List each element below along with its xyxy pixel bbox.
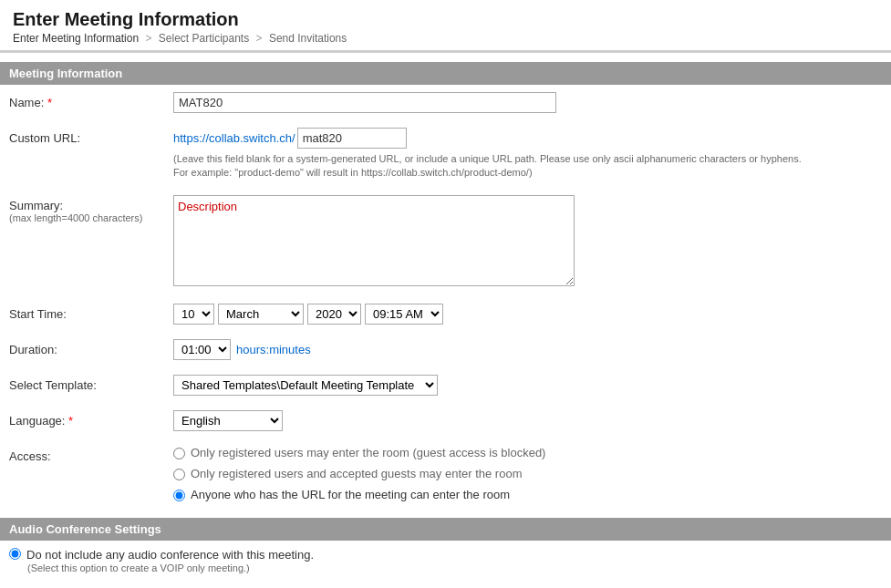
audio-section-header: Audio Conference Settings <box>0 518 891 541</box>
language-select[interactable]: English German French Spanish <box>173 410 283 431</box>
access-field: Only registered users may enter the room… <box>173 446 882 501</box>
access-option-2: Only registered users and accepted guest… <box>173 467 882 480</box>
page-header: Enter Meeting Information Enter Meeting … <box>0 0 891 52</box>
language-label: Language: * <box>9 410 173 428</box>
form-container: Meeting Information Name: * Custom URL: … <box>0 62 891 581</box>
url-hint: (Leave this field blank for a system-gen… <box>173 152 812 181</box>
audio-section: Do not include any audio conference with… <box>0 541 891 581</box>
custom-url-row: Custom URL: https://collab.switch.ch/ (L… <box>0 120 891 188</box>
access-radio-1[interactable] <box>173 448 185 459</box>
start-time-inputs: 10 1 2 3 4 5 6 7 8 9 11 12 15 20 25 31 <box>173 304 882 325</box>
name-field <box>173 92 882 113</box>
duration-field: 00:15 00:30 00:45 01:00 01:30 02:00 03:0… <box>173 339 882 360</box>
summary-field: Description <box>173 195 882 289</box>
start-month-select[interactable]: January February March April May June Ju… <box>218 304 304 325</box>
duration-select[interactable]: 00:15 00:30 00:45 01:00 01:30 02:00 03:0… <box>173 339 231 360</box>
language-row: Language: * English German French Spanis… <box>0 403 891 438</box>
access-radio-3[interactable] <box>173 490 185 501</box>
summary-sublabel: (max length=4000 characters) <box>9 212 164 223</box>
name-row: Name: * <box>0 85 891 120</box>
url-prefix: https://collab.switch.ch/ <box>173 131 295 145</box>
breadcrumb-step3: Send Invitations <box>269 32 347 45</box>
template-select[interactable]: Shared Templates\Default Meeting Templat… <box>173 375 438 396</box>
start-year-select[interactable]: 2018 2019 2020 2021 2022 <box>307 304 361 325</box>
custom-url-input-row: https://collab.switch.ch/ <box>173 128 882 149</box>
audio-option: Do not include any audio conference with… <box>9 548 882 562</box>
audio-radio[interactable] <box>9 548 21 560</box>
name-required-marker: * <box>47 96 52 109</box>
start-day-select[interactable]: 10 1 2 3 4 5 6 7 8 9 11 12 15 20 25 31 <box>173 304 214 325</box>
access-radio-2[interactable] <box>173 469 185 480</box>
start-time-row: Start Time: 10 1 2 3 4 5 6 7 8 9 11 12 1… <box>0 296 891 332</box>
language-required-marker: * <box>68 414 73 428</box>
summary-textarea[interactable]: Description <box>173 195 575 286</box>
custom-url-label: Custom URL: <box>9 128 173 145</box>
summary-row: Summary: (max length=4000 characters) De… <box>0 188 891 296</box>
template-label: Select Template: <box>9 375 173 392</box>
name-input[interactable] <box>173 92 556 113</box>
access-label-1: Only registered users may enter the room… <box>191 446 545 459</box>
name-label: Name: * <box>9 92 173 109</box>
duration-inputs: 00:15 00:30 00:45 01:00 01:30 02:00 03:0… <box>173 339 882 360</box>
meeting-info-section-header: Meeting Information <box>0 62 891 85</box>
access-option-3: Anyone who has the URL for the meeting c… <box>173 488 882 501</box>
start-time-field: 10 1 2 3 4 5 6 7 8 9 11 12 15 20 25 31 <box>173 304 882 325</box>
duration-row: Duration: 00:15 00:30 00:45 01:00 01:30 … <box>0 332 891 367</box>
breadcrumb-step2: Select Participants <box>159 32 249 45</box>
custom-url-field: https://collab.switch.ch/ (Leave this fi… <box>173 128 882 181</box>
breadcrumb: Enter Meeting Information > Select Parti… <box>13 32 878 45</box>
template-field: Shared Templates\Default Meeting Templat… <box>173 375 882 396</box>
access-label: Access: <box>9 446 173 463</box>
summary-label: Summary: (max length=4000 characters) <box>9 195 173 223</box>
duration-label: Duration: <box>9 339 173 356</box>
page-title: Enter Meeting Information <box>13 9 878 30</box>
access-row: Access: Only registered users may enter … <box>0 438 891 509</box>
breadcrumb-current: Enter Meeting Information <box>13 32 139 45</box>
language-field: English German French Spanish <box>173 410 882 431</box>
start-time-label: Start Time: <box>9 304 173 321</box>
audio-option-label: Do not include any audio conference with… <box>26 548 314 562</box>
hours-minutes-label: hours:minutes <box>236 343 311 356</box>
header-divider <box>0 52 891 53</box>
access-label-3: Anyone who has the URL for the meeting c… <box>191 488 510 501</box>
template-row: Select Template: Shared Templates\Defaul… <box>0 367 891 403</box>
access-option-1: Only registered users may enter the room… <box>173 446 882 459</box>
start-time-select[interactable]: 08:00 AM 08:15 AM 08:30 AM 08:45 AM 09:0… <box>365 304 443 325</box>
url-input[interactable] <box>297 128 407 149</box>
access-options: Only registered users may enter the room… <box>173 446 882 501</box>
access-label-2: Only registered users and accepted guest… <box>191 467 522 480</box>
audio-hint: (Select this option to create a VOIP onl… <box>27 562 882 573</box>
